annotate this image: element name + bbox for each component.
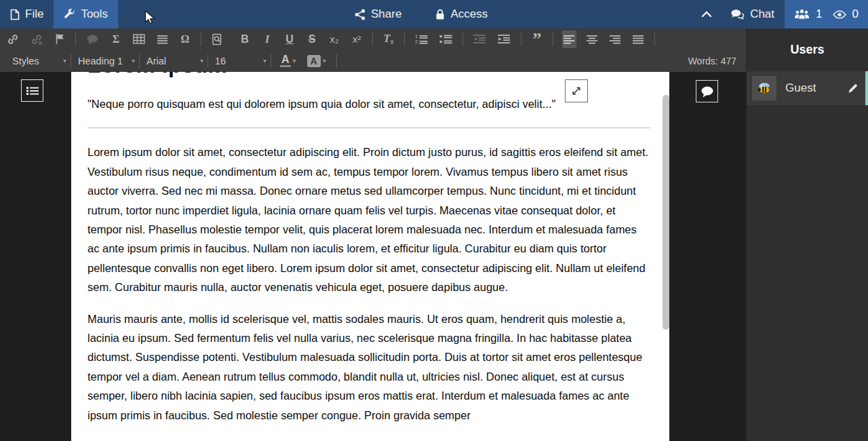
comment-button[interactable] [85, 31, 100, 48]
underline-icon: U [285, 33, 294, 45]
toolbar-separator [553, 33, 553, 46]
chat-icon [730, 9, 745, 20]
document-page[interactable]: Lorem Ipsum "Neque porro quisquam est qu… [71, 72, 669, 441]
collapse-toolbar-button[interactable] [693, 0, 720, 28]
text-color-icon: A [280, 54, 291, 67]
align-right-button[interactable] [608, 31, 623, 48]
file-menu-button[interactable]: File [0, 0, 54, 28]
chevron-down-icon: ▾ [323, 57, 326, 64]
numbered-list-button[interactable]: 12 [414, 31, 429, 48]
chevron-down-icon: ▾ [200, 57, 203, 64]
print-preview-button[interactable] [210, 31, 224, 48]
indent-icon [498, 34, 511, 44]
align-center-button[interactable] [585, 31, 599, 48]
remove-link-button[interactable] [29, 31, 44, 48]
flag-icon [55, 33, 65, 45]
chevron-up-icon [701, 11, 712, 18]
insert-horizontal-rule-button[interactable] [155, 31, 170, 48]
font-size-label: 16 [215, 56, 226, 66]
access-button[interactable]: Access [425, 0, 498, 28]
share-button-label: Share [371, 7, 401, 21]
justify-button[interactable] [631, 31, 646, 48]
background-color-button[interactable]: A ▾ [304, 52, 330, 70]
document-paragraph: Lorem ipsum dolor sit amet, consectetur … [87, 142, 650, 296]
chevron-down-icon: ▾ [293, 57, 296, 64]
font-family-label: Arial [146, 56, 166, 66]
table-of-contents-button[interactable] [21, 79, 43, 102]
subscript-button[interactable]: x₂ [328, 31, 341, 48]
strikethrough-button[interactable]: S [305, 31, 319, 48]
toolbar-separator [404, 33, 405, 46]
toolbar-separator [654, 33, 655, 46]
chevron-down-icon: ▾ [132, 57, 135, 64]
file-menu-label: File [25, 7, 43, 21]
remove-format-button[interactable]: Tx [382, 31, 395, 48]
toggle-comments-button[interactable] [696, 80, 718, 102]
edit-user-name-button[interactable] [848, 83, 865, 94]
lock-icon [435, 9, 445, 20]
bulleted-list-icon [439, 34, 452, 44]
presence-indicator[interactable]: 1 0 [785, 0, 868, 28]
remove-format-icon: Tx [384, 33, 394, 45]
special-character-button[interactable]: Ω [178, 31, 192, 48]
editor-count: 1 [816, 7, 822, 21]
wrench-icon [64, 9, 75, 20]
decrease-indent-button[interactable] [472, 31, 488, 48]
share-icon [355, 9, 366, 20]
toolbar-separator [271, 54, 271, 68]
paragraph-format-dropdown[interactable]: Heading 1 ▾ [71, 52, 139, 70]
avatar [752, 76, 776, 100]
bee-avatar-icon [756, 81, 772, 95]
tools-menu-label: Tools [81, 7, 108, 21]
unlink-icon [31, 33, 43, 45]
viewer-count: 0 [852, 7, 859, 21]
anchor-flag-button[interactable] [53, 31, 66, 48]
insert-equation-button[interactable]: Σ [109, 31, 123, 48]
increase-indent-button[interactable] [496, 31, 512, 48]
omega-icon: Ω [181, 33, 190, 45]
bulleted-list-button[interactable] [438, 31, 454, 48]
pencil-icon [848, 83, 859, 94]
insert-table-button[interactable] [132, 31, 146, 48]
toolbar-separator [462, 33, 463, 46]
user-name: Guest [785, 81, 848, 95]
underline-button[interactable]: U [283, 31, 296, 48]
sigma-icon: Σ [113, 33, 119, 45]
document-scrollbar[interactable] [663, 95, 669, 330]
chat-button[interactable]: Chat [720, 0, 785, 28]
outdent-icon [473, 34, 486, 44]
toolbar-separator [521, 33, 521, 46]
preview-icon [212, 33, 222, 45]
file-icon [10, 9, 20, 20]
comment-bubble-icon [86, 34, 99, 45]
subscript-icon: x₂ [330, 33, 338, 45]
bold-icon: B [241, 33, 249, 45]
share-button[interactable]: Share [344, 0, 412, 28]
font-size-dropdown[interactable]: 16 ▾ [208, 52, 271, 70]
text-color-button[interactable]: A ▾ [277, 52, 300, 70]
blockquote-button[interactable]: ” [530, 33, 544, 45]
bold-button[interactable]: B [238, 31, 252, 48]
align-left-button[interactable] [562, 31, 576, 48]
insert-link-button[interactable] [5, 31, 20, 48]
superscript-button[interactable]: x² [350, 31, 363, 48]
styles-dropdown[interactable]: Styles ▾ [5, 52, 71, 70]
document-title: Lorem Ipsum [87, 72, 650, 78]
chevron-down-icon: ▾ [263, 57, 267, 64]
formatting-toolbar: Σ Ω B I U S x₂ x² [0, 28, 746, 50]
superscript-icon: x² [353, 33, 361, 45]
user-list-item[interactable]: Guest [747, 71, 868, 105]
chat-button-label: Chat [750, 7, 774, 21]
svg-text:2: 2 [415, 39, 418, 44]
style-toolbar: Styles ▾ Heading 1 ▾ Arial ▾ 16 ▾ A ▾ A … [0, 50, 746, 72]
font-family-dropdown[interactable]: Arial ▾ [140, 52, 208, 70]
users-group-icon [794, 9, 810, 20]
numbered-list-icon: 12 [415, 34, 428, 44]
maximize-editor-button[interactable] [565, 79, 588, 102]
toolbar-separator [201, 33, 201, 46]
svg-text:1: 1 [415, 34, 418, 39]
tools-menu-button[interactable]: Tools [54, 0, 118, 28]
italic-button[interactable]: I [260, 31, 274, 48]
access-button-label: Access [450, 7, 488, 21]
align-center-icon [587, 35, 598, 44]
